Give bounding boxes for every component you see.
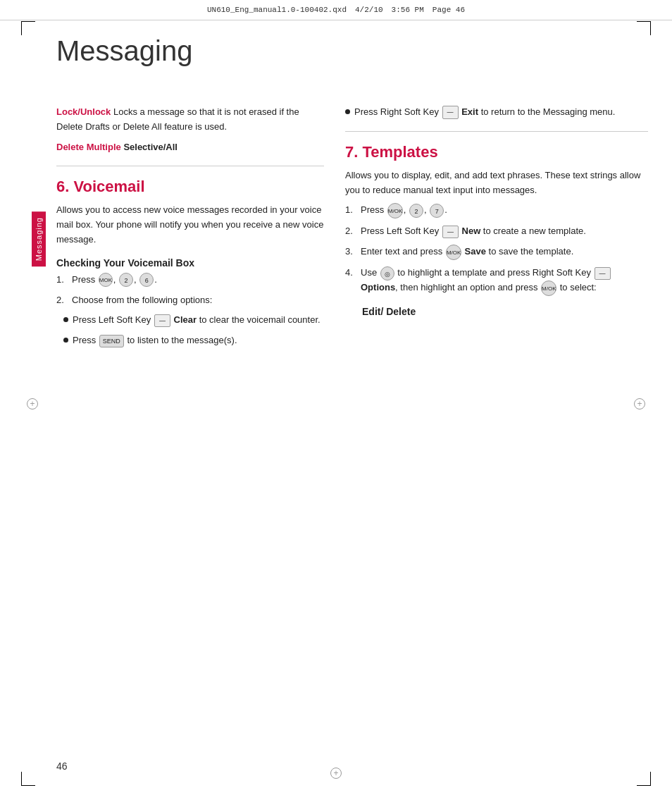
key-7-templates: 7 bbox=[430, 204, 444, 218]
page-title: Messaging bbox=[56, 35, 672, 67]
delete-multiple-term: Delete Multiple bbox=[56, 142, 121, 152]
crop-mark-tl bbox=[21, 21, 35, 35]
voicemail-step-2: 2. Choose from the following options: bbox=[56, 293, 324, 308]
voicemail-bullet-1: Press Left Soft Key — Clear to clear the… bbox=[56, 313, 324, 328]
header-page: Page 46 bbox=[433, 6, 465, 14]
bullet-dot-2 bbox=[63, 338, 68, 343]
reg-circle-right bbox=[634, 398, 645, 409]
page-container: UN610_Eng_manual1.0-100402.qxd 4/2/10 3:… bbox=[0, 0, 672, 807]
content-area: Lock/Unlock Locks a message so that it i… bbox=[56, 105, 648, 354]
soft-key-new: — bbox=[442, 226, 459, 238]
soft-key-exit: — bbox=[442, 106, 459, 118]
voicemail-bullet-2: Press SEND to listen to the message(s). bbox=[56, 333, 324, 348]
templates-step-4: 4. Use ◎ to highlight a template and pre… bbox=[345, 266, 648, 296]
soft-key-clear: — bbox=[154, 314, 170, 327]
key-menu-ok-4: M/OK bbox=[541, 281, 556, 296]
edit-delete: Edit/ Delete bbox=[345, 306, 648, 317]
templates-step-1: 1. Press M/OK, 2, 7. bbox=[345, 203, 648, 218]
reg-circle-left bbox=[27, 398, 38, 409]
key-menu-ok-1: MOK bbox=[99, 273, 113, 287]
key-2-templates: 2 bbox=[409, 204, 423, 218]
left-column: Lock/Unlock Locks a message so that it i… bbox=[56, 105, 324, 354]
key-nav: ◎ bbox=[380, 266, 394, 281]
key-menu-ok-2: M/OK bbox=[387, 203, 403, 218]
templates-intro: Allows you to display, edit, and add tex… bbox=[345, 168, 648, 198]
divider-1 bbox=[56, 166, 324, 166]
crop-mark-tr bbox=[637, 21, 651, 35]
header-time: 3:56 PM bbox=[392, 6, 424, 14]
bullet-dot-1 bbox=[63, 317, 68, 322]
bullet-dot-exit bbox=[345, 109, 350, 114]
lock-unlock-para: Lock/Unlock Locks a message so that it i… bbox=[56, 105, 324, 135]
crop-mark-br bbox=[637, 772, 651, 786]
voicemail-intro: Allows you to access new voice messages … bbox=[56, 203, 324, 247]
lock-unlock-term: Lock/Unlock bbox=[56, 106, 111, 117]
soft-key-options: — bbox=[595, 267, 611, 280]
top-bar: UN610_Eng_manual1.0-100402.qxd 4/2/10 3:… bbox=[0, 0, 672, 20]
key-send: SEND bbox=[99, 335, 124, 347]
key-2-voicemail: 2 bbox=[119, 273, 133, 287]
voicemail-step-1: 1. Press MOK, 2, 6. bbox=[56, 273, 324, 288]
key-menu-ok-3: M/OK bbox=[446, 245, 461, 260]
sidebar-label: Messaging bbox=[32, 211, 46, 266]
exit-bullet: Press Right Soft Key — Exit to return to… bbox=[345, 105, 648, 120]
voicemail-heading: 6. Voicemail bbox=[56, 178, 324, 196]
sidebar: Messaging bbox=[21, 211, 56, 266]
checking-voicemail-heading: Checking Your Voicemail Box bbox=[56, 257, 324, 269]
reg-circle-bottom bbox=[330, 768, 342, 779]
templates-step-3: 3. Enter text and press M/OK Save to sav… bbox=[345, 245, 648, 260]
header-filename: UN610_Eng_manual1.0-100402.qxd bbox=[207, 6, 347, 14]
delete-multiple-para: Delete Multiple Selective/All bbox=[56, 140, 324, 155]
header-date: 4/2/10 bbox=[355, 6, 383, 14]
right-column: Press Right Soft Key — Exit to return to… bbox=[345, 105, 648, 354]
templates-step-2: 2. Press Left Soft Key — New to create a… bbox=[345, 224, 648, 239]
key-6-voicemail: 6 bbox=[139, 273, 154, 287]
divider-2 bbox=[345, 131, 648, 132]
delete-multiple-text: Selective/All bbox=[123, 142, 178, 152]
crop-mark-bl bbox=[21, 772, 35, 786]
templates-heading: 7. Templates bbox=[345, 143, 648, 161]
page-number: 46 bbox=[56, 760, 68, 772]
